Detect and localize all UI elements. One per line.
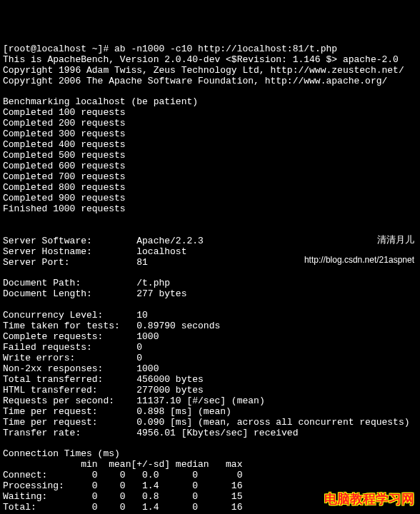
progress-line: Completed 600 requests (3, 161, 126, 171)
kv-row: Document Length: 277 bytes (3, 288, 186, 299)
conn-row: Total: 0 0 1.4 0 16 (3, 502, 242, 513)
progress-line: Completed 800 requests (3, 182, 126, 193)
kv-row: Time per request: 0.898 [ms] (mean) (3, 406, 231, 417)
progress-line: Completed 900 requests (3, 193, 126, 203)
kv-row: Complete requests: 1000 (3, 331, 159, 342)
kv-row: Requests per second: 11137.10 [#/sec] (m… (3, 395, 265, 406)
progress-line: Completed 200 requests (3, 118, 126, 128)
kv-row: HTML transferred: 277000 bytes (3, 385, 204, 395)
kv-row: Concurrency Level: 10 (3, 310, 148, 321)
kv-row: Time per request: 0.090 [ms] (mean, acro… (3, 417, 410, 428)
kv-row: Server Port: 81 (3, 257, 148, 268)
kv-row: Time taken for tests: 0.89790 seconds (3, 321, 220, 331)
terminal-output: [root@localhost ~]# ab -n1000 -c10 http:… (3, 44, 410, 514)
watermark-blog: 清清月儿 http://blog.csdn.net/21aspnet (304, 225, 414, 275)
copyright-1: Copyright 1996 Adam Twiss, Zeus Technolo… (3, 65, 404, 76)
progress-line: Completed 500 requests (3, 150, 126, 161)
conn-row: Connect: 0 0 0.0 0 0 (3, 470, 242, 480)
kv-row: Server Hostname: localhost (3, 246, 186, 257)
conn-times-cols: min mean[+/-sd] median max (3, 459, 242, 470)
kv-row: Failed requests: 0 (3, 342, 142, 353)
progress-line: Finished 1000 requests (3, 203, 126, 214)
shell-prompt: [root@localhost ~]# (3, 44, 114, 54)
kv-row: Document Path: /t.php (3, 278, 170, 288)
kv-row: Server Software: Apache/2.2.3 (3, 236, 204, 246)
copyright-2: Copyright 2006 The Apache Software Found… (3, 76, 387, 86)
progress-line: Completed 100 requests (3, 107, 126, 118)
progress-line: Completed 400 requests (3, 139, 126, 150)
kv-row: Non-2xx responses: 1000 (3, 363, 159, 374)
progress-line: Completed 700 requests (3, 171, 126, 182)
watermark-author: 清清月儿 (304, 235, 414, 246)
conn-row: Waiting: 0 0 0.8 0 15 (3, 491, 242, 502)
kv-row: Write errors: 0 (3, 353, 142, 363)
conn-row: Processing: 0 0 1.4 0 16 (3, 480, 242, 491)
command-text: ab -n1000 -c10 http://localhost:81/t.php (114, 44, 337, 54)
watermark-url: http://blog.csdn.net/21aspnet (304, 256, 414, 266)
kv-row: Total transferred: 456000 bytes (3, 374, 204, 385)
watermark-site: 电脑教程学习网 (324, 492, 414, 507)
progress-line: Completed 300 requests (3, 128, 126, 139)
kv-row: Transfer rate: 4956.01 [Kbytes/sec] rece… (3, 428, 298, 438)
conn-times-header: Connection Times (ms) (3, 448, 120, 459)
benchmarking-line: Benchmarking localhost (be patient) (3, 96, 198, 107)
ab-version: This is ApacheBench, Version 2.0.40-dev … (3, 54, 399, 65)
